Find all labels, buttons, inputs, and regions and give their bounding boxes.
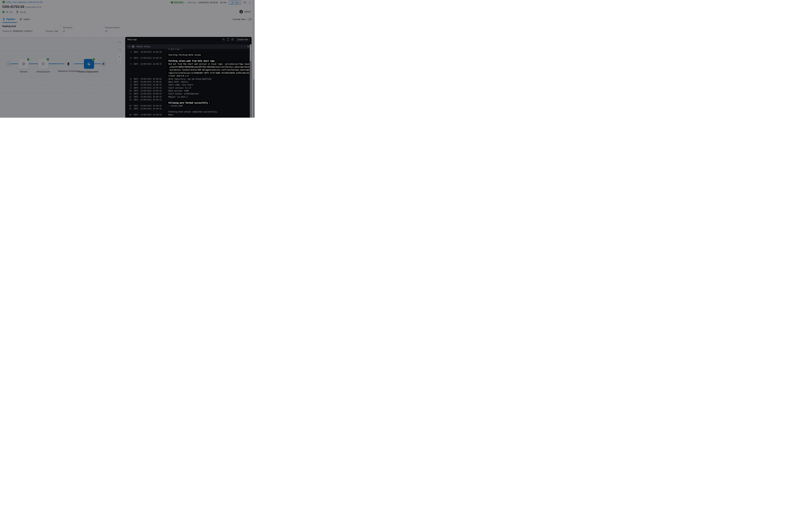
log-message: Chart name: test-chart — [169, 83, 193, 86]
step-logs-header: Step Logs Console View — [125, 37, 252, 42]
log-line-meta: 8 INFO 15/09/2022 16:09:42 — [129, 83, 169, 86]
log-scrollbar-thumb[interactable] — [250, 61, 251, 118]
step-name: Fetch Files — [137, 45, 150, 48]
log-row: 7 INFO 15/09/2022 16:09:42Base Path: cha… — [125, 80, 250, 83]
log-line-meta: 14 INFO 15/09/2022 16:09:42 — [129, 104, 169, 107]
log-line-meta: 3 INFO 15/09/2022 16:09:35 — [129, 50, 169, 54]
log-message: Fetching values.yaml from helm chart rep… — [168, 60, 216, 62]
log-message: _achyuth/d605e19b46448ceaacb01fb4c19633a… — [168, 66, 250, 68]
log-row: t/test-chart/0.1.0 — [125, 74, 250, 77]
log-message: Base Path: charts/ — [169, 80, 189, 83]
log-row: m go/httpv ) — [125, 49, 250, 50]
log-line-meta — [129, 54, 169, 57]
log-line-meta: 11 INFO 15/09/2022 16:09:42 — [129, 92, 169, 95]
log-message: Following were fetched successfully : — [168, 101, 211, 104]
log-message: repository/helm/source/93602db7-89f2-317… — [168, 71, 250, 74]
log-line-meta: 16 INFO 15/09/2022 16:09:42 — [129, 113, 169, 116]
log-message: Done. — [169, 113, 174, 116]
log-message: Starting fetching Helm values — [168, 54, 202, 57]
log-row: 14 INFO 15/09/2022 16:09:42- values.yaml — [125, 104, 250, 107]
step-duration: 9s — [247, 45, 250, 48]
log-line-meta — [129, 71, 169, 74]
log-line-meta: 5 INFO 15/09/2022 16:09:35 — [129, 63, 169, 66]
log-message: m go/httpv ) — [169, 49, 182, 49]
log-row: 9 INFO 15/09/2022 16:09:42Chart version:… — [125, 87, 250, 90]
log-row: 12 INFO 15/09/2022 16:09:42Region: us-ea… — [125, 95, 250, 98]
log-message: - values.yaml — [169, 104, 183, 107]
log-line-meta — [129, 60, 169, 62]
log-row: 10 INFO 15/09/2022 16:09:42Helm version:… — [125, 90, 250, 92]
log-row: Following were fetched successfully : — [125, 101, 250, 104]
step-logs-panel: Step Logs Console View ✓ — [125, 37, 252, 118]
log-line-meta: 15 INFO 15/09/2022 16:09:42 — [129, 107, 169, 110]
log-message: t/test-chart/0.1.0 — [168, 74, 190, 77]
log-row: 4 INFO 15/09/2022 16:09:35 — [125, 57, 250, 60]
log-row: 16 INFO 15/09/2022 16:09:42Done. — [125, 113, 250, 116]
log-message: Helm repository: aws-qa-setup-modified — [169, 77, 211, 80]
log-output[interactable]: m go/httpv ) 3 INFO 15/09/2022 16:09:35S… — [125, 49, 250, 118]
log-message: Did not find the chart and version in lo… — [168, 63, 250, 66]
log-row: 6 INFO 15/09/2022 16:09:42Helm repositor… — [125, 77, 250, 80]
log-line-meta: 9 INFO 15/09/2022 16:09:42 — [129, 87, 169, 90]
log-row: Fetching helm values completed successfu… — [125, 110, 250, 113]
console-view-button[interactable]: Console View — [236, 38, 250, 41]
scroll-up-icon[interactable]: ↑ — [241, 45, 242, 48]
chevron-down-icon — [128, 46, 130, 47]
search-icon[interactable] — [222, 38, 225, 41]
log-message: Region: us-east-1 — [169, 95, 188, 98]
log-row: repository/helm/source/93602db7-89f2-317… — [125, 71, 250, 74]
step-success-icon: ✓ — [132, 45, 134, 48]
log-message: Chart bucket: achhelmbucket — [169, 92, 199, 95]
expand-icon[interactable] — [227, 38, 229, 40]
log-line-meta: 4 INFO 15/09/2022 16:09:35 — [129, 57, 169, 60]
scroll-down-icon[interactable]: ↓ — [244, 45, 245, 48]
log-message: Helm version: V380 — [169, 90, 189, 92]
open-in-new-tab-icon[interactable] — [231, 38, 233, 40]
log-line-meta — [129, 110, 169, 113]
log-message: Chart version: 0.1.0 — [169, 87, 191, 90]
log-row: 13 INFO 15/09/2022 16:09:42 — [125, 98, 250, 101]
log-line-meta — [129, 68, 169, 71]
log-row: 8 INFO 15/09/2022 16:09:42Chart name: te… — [125, 83, 250, 86]
log-line-meta: 10 INFO 15/09/2022 16:09:42 — [129, 90, 169, 92]
step-logs-title: Step Logs — [127, 38, 137, 41]
log-line-meta: 6 INFO 15/09/2022 16:09:42 — [129, 77, 169, 80]
log-message: Fetching helm values completed successfu… — [169, 110, 218, 113]
log-message: -out/darwin-fastbuild/bin/260-delegate/e… — [168, 68, 250, 71]
log-row: 5 INFO 15/09/2022 16:09:35Did not find t… — [125, 63, 250, 66]
log-scrollbar[interactable] — [250, 44, 251, 118]
log-row: 15 INFO 15/09/2022 16:09:42 — [125, 107, 250, 110]
log-line-meta — [129, 49, 169, 50]
log-row: _achyuth/d605e19b46448ceaacb01fb4c19633a… — [125, 66, 250, 68]
log-row: Fetching values.yaml from helm chart rep… — [125, 60, 250, 62]
log-row: -out/darwin-fastbuild/bin/260-delegate/e… — [125, 68, 250, 71]
log-line-meta — [129, 74, 169, 77]
log-row: 3 INFO 15/09/2022 16:09:35 — [125, 50, 250, 54]
log-line-meta: 13 INFO 15/09/2022 16:09:42 — [129, 98, 169, 101]
screen: CFDs_Test › Pipelines › CDS-41722-S3 › ✓… — [0, 0, 255, 118]
log-row: Starting fetching Helm values — [125, 54, 250, 57]
step-row-fetch-files[interactable]: ✓ Fetch Files ↑ ↓ 9s — [126, 44, 251, 49]
log-line-meta — [129, 101, 169, 104]
log-line-meta: 12 INFO 15/09/2022 16:09:42 — [129, 95, 169, 98]
log-line-meta — [129, 66, 169, 68]
log-line-meta: 7 INFO 15/09/2022 16:09:42 — [129, 80, 169, 83]
log-row: 11 INFO 15/09/2022 16:09:42Chart bucket:… — [125, 92, 250, 95]
